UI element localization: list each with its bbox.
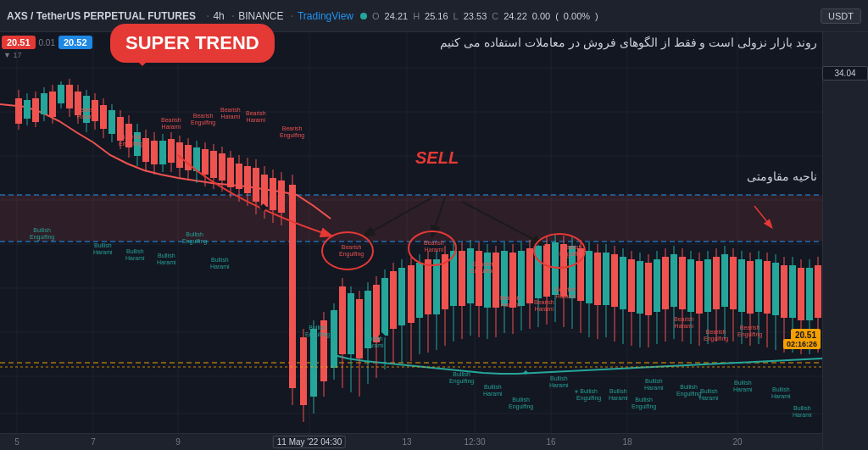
time-axis-label: 7 [91,437,96,447]
svg-rect-147 [552,242,559,295]
svg-rect-173 [662,257,669,309]
svg-rect-119 [433,259,440,314]
svg-rect-45 [108,110,115,134]
svg-rect-131 [484,253,491,308]
svg-rect-165 [628,259,635,312]
svg-rect-145 [543,244,550,297]
svg-rect-25 [24,100,31,119]
svg-rect-157 [594,253,601,305]
svg-rect-111 [398,268,405,325]
svg-rect-27 [32,98,39,122]
header-right: USDT [821,8,861,24]
timeframe-label: 4h [213,10,224,22]
svg-rect-193 [747,261,754,314]
svg-rect-33 [58,85,64,103]
time-axis-label: 20 [732,437,742,447]
svg-rect-39 [83,96,90,123]
svg-rect-115 [416,263,423,318]
svg-rect-103 [364,291,371,348]
time-axis-label: 12:30 [464,437,485,447]
svg-rect-191 [738,259,745,312]
svg-rect-61 [176,142,183,168]
sell-annotation: SELL [415,148,459,168]
resistance-annotation: ناحیه مقاومتی [747,169,817,183]
time-axis-label: 11 May '22 04:30 [273,436,346,448]
svg-rect-197 [764,261,771,314]
svg-text:◆: ◆ [259,201,268,213]
svg-rect-151 [569,246,576,298]
svg-rect-37 [75,92,81,115]
svg-rect-43 [100,105,107,129]
svg-rect-207 [806,268,813,320]
svg-rect-79 [253,168,259,202]
svg-rect-135 [501,251,508,306]
svg-rect-205 [798,268,804,320]
svg-rect-149 [560,244,567,297]
svg-rect-167 [637,261,643,314]
svg-rect-113 [408,265,415,323]
svg-rect-18 [0,195,831,242]
svg-rect-179 [687,259,694,312]
svg-rect-109 [390,271,397,329]
svg-rect-95 [331,310,337,368]
price-indicator-row: 20.51 0.01 20.52 [2,36,92,49]
svg-rect-55 [151,141,158,164]
svg-rect-51 [134,132,141,156]
svg-rect-77 [244,166,251,193]
connection-dot [360,13,367,19]
current-price-time: 02:16:26 [783,339,821,349]
svg-rect-185 [713,257,720,309]
svg-text:*: * [787,319,790,329]
time-axis: 57911 May '22 04:301312:30161820 [0,433,831,450]
chart-area[interactable]: ◆ ◆ ✦ * * 57911 May '22 04:301312:301618… [0,32,831,450]
svg-rect-35 [66,85,73,108]
svg-rect-83 [270,178,276,210]
svg-rect-89 [300,337,307,405]
svg-rect-91 [310,329,317,397]
svg-rect-57 [159,141,166,164]
time-axis-label: 16 [546,437,555,447]
svg-rect-23 [15,98,22,124]
exchange-label: BINANCE [238,10,283,22]
svg-rect-201 [781,265,787,318]
currency-badge[interactable]: USDT [821,8,861,24]
svg-rect-159 [603,253,609,305]
svg-rect-29 [41,93,47,114]
ohlc-bar: O 24.21 H 25.16 L 23.53 C 24.22 0.00 ( 0… [372,11,598,21]
svg-rect-195 [755,259,762,312]
svg-rect-133 [492,253,499,308]
svg-rect-75 [236,164,242,189]
svg-rect-71 [219,153,225,181]
svg-rect-209 [815,265,821,318]
price-axis [822,32,868,450]
svg-rect-107 [381,278,388,336]
svg-rect-85 [278,181,285,213]
svg-rect-169 [645,263,652,315]
candlestick-chart: ◆ ◆ ✦ * * [0,32,831,450]
svg-rect-203 [789,265,796,318]
svg-rect-47 [117,117,124,141]
svg-rect-99 [348,293,354,354]
svg-rect-155 [586,251,593,303]
svg-text:✦: ✦ [522,368,529,377]
volume-label: ▼ 17 [3,51,21,59]
svg-rect-141 [526,248,533,303]
svg-rect-163 [620,257,626,309]
svg-rect-73 [227,158,234,187]
svg-rect-41 [92,100,98,121]
svg-rect-199 [772,263,779,315]
svg-rect-137 [509,253,516,308]
svg-rect-189 [730,257,737,309]
svg-rect-49 [125,124,132,147]
svg-rect-93 [320,320,327,381]
ask-price: 20.52 [58,36,92,49]
svg-rect-117 [425,259,431,314]
spread: 0.01 [39,38,55,47]
svg-text:◆: ◆ [378,330,387,342]
svg-rect-59 [168,139,175,163]
svg-rect-177 [679,257,686,309]
svg-rect-161 [611,254,618,307]
time-axis-label: 9 [175,437,181,447]
svg-rect-143 [535,246,542,298]
svg-rect-31 [49,92,56,117]
